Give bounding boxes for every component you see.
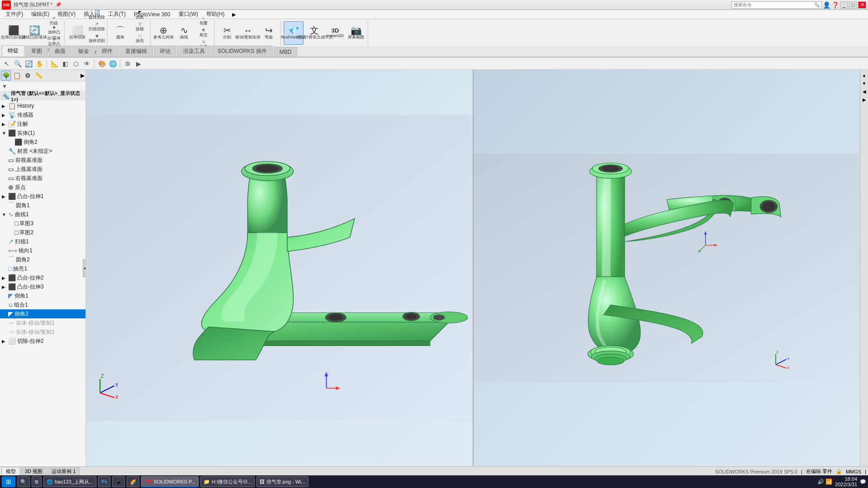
tree-item-curve1[interactable]: ▼ ∿ 曲线1 <box>0 210 85 219</box>
maximize-button[interactable]: □ <box>849 1 857 9</box>
tree-item-top-plane[interactable]: ▭ 上视基准面 <box>0 165 85 174</box>
toolbar-btn-instant3d[interactable]: 3D Instant3D <box>325 21 345 45</box>
taskbar-app-solidworks[interactable]: SW SOLIDWORKS P... <box>141 476 199 487</box>
tree-item-boss-loft3[interactable]: ▶ ⬛ 凸台-拉伸3 <box>0 282 85 291</box>
tab-sw-addins[interactable]: SOLIDWORKS 插件 <box>212 46 273 57</box>
taskbar-app-search[interactable]: 🔍 <box>17 476 30 487</box>
tree-toggle-sensor[interactable]: ▶ <box>2 113 8 118</box>
tree-item-boss-loft1[interactable]: ▶ ⬛ 凸台-拉伸1 <box>0 192 85 201</box>
rs-btn-1[interactable]: ▲ <box>861 71 868 79</box>
tree-item-fillet1[interactable]: ⌒ 圆角1 <box>0 201 85 210</box>
close-button[interactable]: ✕ <box>858 1 866 9</box>
taskbar-app-browser[interactable]: 🌐 hao123_上网从... <box>43 476 96 487</box>
tab-evaluate[interactable]: 评估 <box>154 46 176 57</box>
toolstrip-display-style[interactable]: ⬡ <box>71 59 81 69</box>
taskbar-app-chrome[interactable]: 🌈 <box>127 476 139 487</box>
toolbar-btn-cut-loft[interactable]: ◈ 放样切割 <box>88 33 105 44</box>
tree-toggle-boss-loft1[interactable]: ▶ <box>2 194 8 199</box>
toolbar-btn-flex[interactable]: ↪ 弯曲 <box>259 21 279 45</box>
status-tab-motion[interactable]: 运动算例 1 <box>47 467 80 476</box>
toolstrip-scene[interactable]: 🌐 <box>108 59 118 69</box>
tree-item-sweep1[interactable]: ↗ 扫描1 <box>0 237 85 246</box>
taskbar-app-folder[interactable]: 📁 H:\微信公众号\0... <box>200 476 254 487</box>
toolbar-btn-wrap[interactable]: ○ 包覆 <box>195 15 212 27</box>
panel-icon-config[interactable]: ⚙ <box>23 71 33 81</box>
toolbar-btn-split[interactable]: ✂ 分割 <box>217 21 237 45</box>
panel-icon-feature[interactable]: 🌳 <box>1 71 11 81</box>
panel-icon-property[interactable]: 📋 <box>12 71 22 81</box>
toolbar-btn-chamfer[interactable]: ◤ 倒角 <box>131 9 148 21</box>
tab-feature[interactable]: 特征 <box>2 45 24 57</box>
tree-toggle-curve1[interactable]: ▼ <box>2 212 8 217</box>
minimize-button[interactable]: _ <box>840 1 848 9</box>
panel-expand-arrow[interactable]: ▶ <box>81 72 85 79</box>
tree-toggle-boss-loft3[interactable]: ▶ <box>2 284 8 289</box>
toolstrip-more[interactable]: ▶ <box>133 59 143 69</box>
toolbar-btn-cut-sweep[interactable]: ↗ 扫描切除 <box>88 21 105 33</box>
tab-weldment[interactable]: 焊件 <box>96 46 119 57</box>
tab-sketch[interactable]: 草图 <box>25 46 48 57</box>
viewport-right[interactable]: Y X Z <box>474 70 860 466</box>
tree-item-front-plane[interactable]: ▭ 前视基准面 <box>0 156 85 165</box>
panel-icon-dim[interactable]: 📏 <box>33 71 43 81</box>
tree-item-material[interactable]: 🔧 材质 <未指定> <box>0 147 85 156</box>
tree-item-move-copy2[interactable]: ↔ 实体-移动/复制2 <box>0 327 85 336</box>
tree-item-right-plane[interactable]: ▭ 右视基准面 <box>0 174 85 183</box>
search-command-input[interactable] <box>734 2 814 7</box>
toolstrip-rotate[interactable]: 🔄 <box>24 59 33 69</box>
tab-sheetmetal[interactable]: 钣金 <box>72 46 95 57</box>
tree-item-solid-sub[interactable]: ⬛ 倒角2 <box>0 137 85 147</box>
tab-mbd[interactable]: MBD <box>274 47 298 57</box>
tree-item-mirror1[interactable]: ⟺ 镜向1 <box>0 246 85 255</box>
tree-toggle-annotation[interactable]: ▶ <box>2 122 8 127</box>
toolbar-btn-cut-extrude[interactable]: ⬜ 拉伸切除 <box>67 21 87 45</box>
toolstrip-pan[interactable]: ✋ <box>34 59 44 69</box>
tree-item-chamfer2[interactable]: ◤ 倒角2 <box>0 309 85 318</box>
tree-item-solid[interactable]: ▼ ⬛ 实体(1) <box>0 128 85 137</box>
menu-more[interactable]: ► <box>231 11 237 18</box>
toolbar-btn-boss-extrude[interactable]: ⬛ 拉伸凸台/基体 <box>4 21 24 45</box>
toolbar-btn-boss-revolve[interactable]: 🔄 旋转凸台/基体 <box>24 21 44 45</box>
taskbar-app-image[interactable]: 🖼 排气管.png - Wi... <box>256 476 308 487</box>
help-icon[interactable]: ❓ <box>831 1 839 9</box>
tree-toggle-cut-loft2[interactable]: ▶ <box>2 339 8 344</box>
tree-item-sketch2[interactable]: □ 草图2 <box>0 228 85 237</box>
tab-surface[interactable]: 曲面 <box>49 46 71 57</box>
tree-item-fillet2[interactable]: ⌒ 圆角2 <box>0 255 85 264</box>
tab-render[interactable]: 渲染工具 <box>177 46 211 57</box>
toolstrip-pointer[interactable]: ↖ <box>2 59 12 69</box>
rs-btn-3[interactable]: ◀ <box>861 88 868 95</box>
toolbar-btn-draft[interactable]: ▽ 拔模 <box>131 21 148 33</box>
tab-direct-edit[interactable]: 直接编辑 <box>119 46 153 57</box>
tree-item-sensor[interactable]: ▶ 📡 传感器 <box>0 110 85 119</box>
taskbar-app-ps[interactable]: Ps <box>98 476 110 487</box>
tree-toggle-solid[interactable]: ▼ <box>2 131 8 136</box>
toolbar-btn-cut-revolve[interactable]: 🔃 旋转切除 <box>88 9 105 21</box>
toolstrip-section-view[interactable]: ◧ <box>60 59 70 69</box>
tree-item-annotation[interactable]: ▶ 📝 注解 <box>0 119 85 128</box>
tree-item-chamfer1[interactable]: ◤ 倒角1 <box>0 291 85 300</box>
tree-item-combine1[interactable]: ∪ 组合1 <box>0 300 85 309</box>
toolstrip-view-orient[interactable]: 📐 <box>49 59 59 69</box>
tree-item-move-copy1[interactable]: ↔ 实体-移动/复制1 <box>0 318 85 327</box>
taskbar-app-misc[interactable]: 📱 <box>112 476 125 487</box>
toolbar-btn-design-checker[interactable]: 文 待设计将英文成中文 <box>304 21 324 45</box>
rs-btn-4[interactable]: ▶ <box>861 96 868 103</box>
toolbar-btn-screenshot[interactable]: 📷 屏幕截图 <box>346 21 366 45</box>
tree-item-history[interactable]: ▶ 📋 History <box>0 101 85 110</box>
status-tab-model[interactable]: 模型 <box>2 467 20 476</box>
search-command-box[interactable]: 🔍 <box>731 1 822 9</box>
tree-item-sketch3[interactable]: □ 草图3 <box>0 219 85 228</box>
toolstrip-appearances[interactable]: 🎨 <box>97 59 107 69</box>
tree-item-cut-loft2[interactable]: ▶ ⬜ 切除-拉伸2 <box>0 336 85 346</box>
menu-pin[interactable]: 📌 <box>55 2 62 8</box>
toolbar-btn-fillet[interactable]: ⌒ 圆角 <box>110 21 130 45</box>
viewport-left[interactable]: Y X Z <box>86 70 474 466</box>
menu-file[interactable]: 文件(F) <box>2 9 27 19</box>
tree-item-origin[interactable]: ⊕ 原点 <box>0 183 85 192</box>
user-icon[interactable]: 👤 <box>823 1 830 9</box>
toolbar-btn-intersect[interactable]: ⊗ 相交 <box>195 27 212 38</box>
start-button[interactable]: ⊞ <box>2 476 15 487</box>
menu-tools[interactable]: 工具(T) <box>104 9 129 19</box>
toolstrip-hide-show[interactable]: 👁 <box>82 59 92 69</box>
